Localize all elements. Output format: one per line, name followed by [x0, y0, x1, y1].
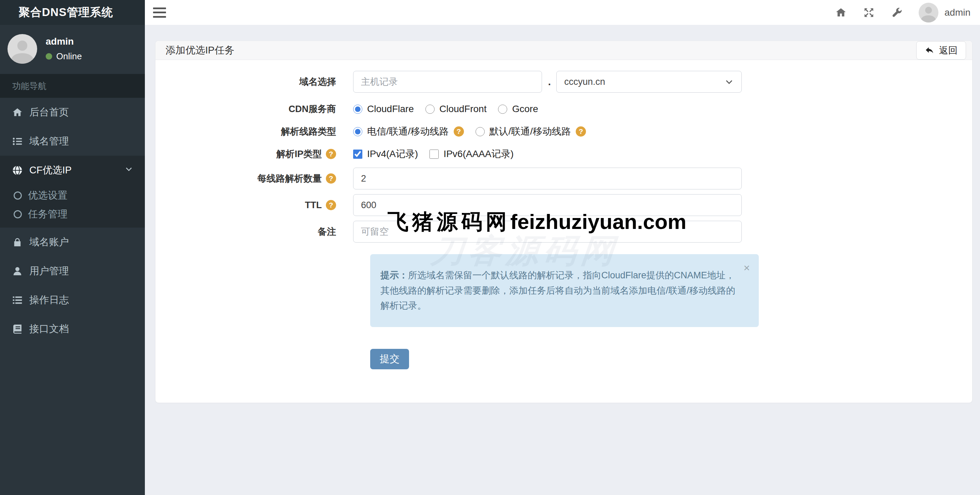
add-task-card: 添加优选IP任务 返回 域名选择 . cccyun.	[155, 41, 972, 403]
gcore-radio[interactable]	[498, 105, 507, 114]
home-icon	[11, 106, 23, 118]
sidebar: 聚合DNS管理系统 admin Online 功能导航 后台首页	[0, 0, 145, 495]
ipv6-checkbox[interactable]	[430, 149, 439, 159]
topbar-username: admin	[945, 7, 970, 18]
avatar	[919, 3, 939, 22]
wrench-icon[interactable]	[891, 6, 903, 19]
user-icon	[11, 265, 23, 277]
sidebar-item-logs[interactable]: 操作日志	[0, 286, 145, 314]
domain-dot-separator: .	[548, 76, 551, 87]
ip-type-option-ipv6[interactable]: IPv6(AAAA记录)	[430, 148, 513, 160]
reply-arrow-icon	[925, 46, 934, 55]
default-line-radio[interactable]	[476, 127, 485, 136]
add-task-form: 域名选择 . cccyun.cn CDN服务商	[156, 60, 972, 369]
ttl-input[interactable]	[353, 194, 742, 216]
sidebar-item-dashboard[interactable]: 后台首页	[0, 98, 145, 127]
close-icon[interactable]: ×	[743, 262, 750, 273]
chevron-down-icon	[124, 165, 133, 176]
content-area: 飞猪源码网feizhuziyuan.com 刀客源码网 添加优选IP任务 返回 …	[145, 25, 980, 495]
help-icon[interactable]	[326, 173, 336, 184]
sidebar-section-header: 功能导航	[0, 74, 145, 98]
cdn-option-cloudflare[interactable]: CloudFlare	[353, 103, 414, 114]
sidebar-subitem-task-management[interactable]: 任务管理	[0, 206, 145, 228]
sidebar-toggle-icon[interactable]	[153, 8, 166, 18]
topbar-user-menu[interactable]: admin	[919, 3, 970, 22]
home-icon[interactable]	[835, 6, 847, 19]
user-status: Online	[46, 51, 82, 62]
remark-input[interactable]	[353, 221, 742, 243]
sidebar-item-domains[interactable]: 域名管理	[0, 127, 145, 156]
cloudfront-radio[interactable]	[425, 105, 434, 114]
sidebar-item-cf-ip[interactable]: CF优选IP	[0, 156, 145, 185]
sidebar-user-panel: admin Online	[0, 25, 145, 74]
domain-select-label: 域名选择	[156, 76, 353, 88]
sidebar-group-cf-ip: CF优选IP 优选设置 任务管理	[0, 156, 145, 228]
sidebar-item-domain-accounts[interactable]: 域名账户	[0, 228, 145, 257]
log-list-icon	[11, 294, 23, 306]
ip-type-label: 解析IP类型	[156, 148, 353, 160]
cloudflare-radio[interactable]	[353, 105, 362, 114]
app-title: 聚合DNS管理系统	[0, 0, 145, 25]
help-icon[interactable]	[454, 126, 464, 136]
back-button[interactable]: 返回	[916, 41, 966, 60]
tip-prefix: 提示：	[380, 270, 408, 280]
online-dot-icon	[46, 53, 52, 60]
cdn-option-cloudfront[interactable]: CloudFront	[425, 103, 487, 114]
sidebar-item-users[interactable]: 用户管理	[0, 257, 145, 286]
user-status-label: Online	[56, 51, 82, 62]
sidebar-subitem-preferred-settings[interactable]: 优选设置	[0, 185, 145, 206]
isp-line-radio[interactable]	[353, 127, 362, 136]
help-icon[interactable]	[326, 149, 336, 159]
help-icon[interactable]	[326, 200, 336, 210]
user-name: admin	[46, 36, 82, 47]
screen: 聚合DNS管理系统 admin Online 功能导航 后台首页	[0, 0, 980, 495]
user-avatar	[8, 34, 37, 64]
sidebar-item-api-docs[interactable]: 接口文档	[0, 314, 145, 343]
domain-select[interactable]: cccyun.cn	[556, 71, 742, 93]
list-icon	[11, 136, 23, 147]
globe-icon	[11, 165, 23, 176]
ipv4-checkbox[interactable]	[353, 149, 362, 159]
card-header: 添加优选IP任务 返回	[156, 41, 972, 60]
remark-label: 备注	[156, 225, 353, 238]
per-line-count-label: 每线路解析数量	[156, 172, 353, 185]
circle-o-icon	[14, 192, 22, 200]
chevron-down-icon	[724, 77, 734, 87]
tip-alert: 提示：所选域名需保留一个默认线路的解析记录，指向CloudFlare提供的CNA…	[370, 254, 759, 327]
topbar: admin	[145, 0, 980, 25]
ttl-label: TTL	[156, 200, 353, 211]
ip-type-option-ipv4[interactable]: IPv4(A记录)	[353, 148, 418, 160]
circle-o-icon	[14, 210, 22, 218]
help-icon[interactable]	[576, 126, 586, 136]
sidebar-nav: 后台首页 域名管理 CF优选IP 优选设置	[0, 98, 145, 343]
domain-select-value: cccyun.cn	[564, 77, 605, 87]
tip-text: 所选域名需保留一个默认线路的解析记录，指向CloudFlare提供的CNAME地…	[380, 270, 735, 311]
book-icon	[11, 323, 23, 335]
lock-icon	[11, 236, 23, 248]
line-type-label: 解析线路类型	[156, 125, 353, 138]
fullscreen-icon[interactable]	[863, 6, 875, 19]
line-type-option-isp[interactable]: 电信/联通/移动线路	[353, 125, 464, 138]
host-record-input[interactable]	[353, 71, 542, 93]
cdn-provider-label: CDN服务商	[156, 103, 353, 115]
line-type-option-default[interactable]: 默认/联通/移动线路	[476, 125, 586, 138]
submit-button[interactable]: 提交	[370, 349, 409, 369]
cdn-option-gcore[interactable]: Gcore	[498, 103, 538, 114]
page-title: 添加优选IP任务	[165, 44, 234, 57]
per-line-count-input[interactable]	[353, 168, 742, 189]
